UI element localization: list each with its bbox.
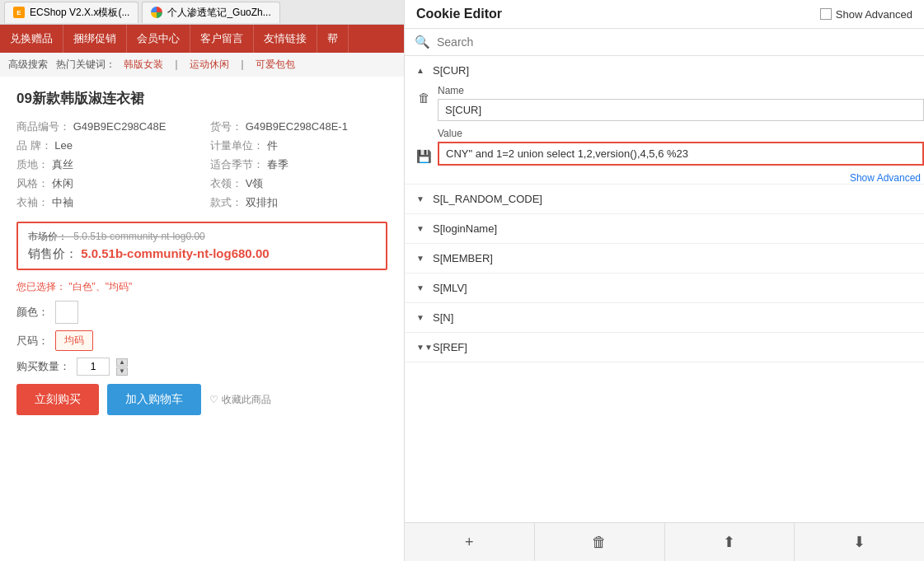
product-field-9: 款式： 双排扣 <box>210 195 387 210</box>
favorite-button[interactable]: ♡ 收藏此商品 <box>209 384 271 415</box>
nav-item-exchange[interactable]: 兑换赠品 <box>0 25 63 53</box>
cookie-item-smlv: ▼ S[MLV] <box>405 273 924 303</box>
keyword-1[interactable]: 韩版女装 <box>124 58 163 72</box>
delete-all-icon: 🗑 <box>592 534 607 551</box>
save-cookie-icon[interactable]: 💾 <box>416 149 431 164</box>
buy-button[interactable]: 立刻购买 <box>16 384 99 415</box>
nav-item-guestbook[interactable]: 客户留言 <box>190 25 254 53</box>
tab-ecshop-label: ECShop V2.X.x模板(... <box>30 6 129 20</box>
chevron-down-icon-2: ▼ <box>416 224 426 233</box>
cookie-item-scur: ▲ S[CUR] 🗑 💾 Name Value Show Advanced <box>405 56 924 185</box>
webpage-background: E ECShop V2.X.x模板(... 个人渗透笔记_GuoZh... 兑换… <box>0 0 404 561</box>
import-icon: ⬇ <box>853 533 865 551</box>
chevron-down-icon-3: ▼ <box>416 254 426 263</box>
cookie-item-sloginname-header[interactable]: ▼ S[loginName] <box>405 214 924 243</box>
cookie-editor-title: Cookie Editor <box>416 7 502 21</box>
cookie-item-slrandomcode-name: S[L_RANDOM_CODE] <box>433 193 542 205</box>
value-field-input[interactable] <box>438 142 924 166</box>
cookie-item-smlv-name: S[MLV] <box>433 282 467 294</box>
chevron-down-icon-5: ▼ <box>416 313 426 322</box>
product-info: 商品编号： G49B9EC298C48E 货号： G49B9EC298C48E-… <box>16 119 387 210</box>
sale-price: 销售价： 5.0.51b-community-nt-log680.00 <box>28 246 376 262</box>
cookie-toolbar: + 🗑 ⬆ ⬇ <box>405 522 924 561</box>
name-field-label: Name <box>438 85 924 96</box>
cookie-item-sn-name: S[N] <box>433 311 453 324</box>
delete-cookie-icon[interactable]: 🗑 <box>416 90 431 105</box>
cookie-list: ▲ S[CUR] 🗑 💾 Name Value Show Advanced <box>405 56 924 522</box>
cookie-editor-header: Cookie Editor Show Advanced <box>405 0 924 29</box>
cookie-item-smlv-header[interactable]: ▼ S[MLV] <box>405 273 924 302</box>
product-field-8: 衣袖： 中袖 <box>16 195 194 210</box>
show-advanced-link[interactable]: Show Advanced <box>438 172 924 184</box>
cookie-item-sref: ▼▼ S[REF] <box>405 333 924 362</box>
tab-ecshop[interactable]: E ECShop V2.X.x模板(... <box>4 2 138 23</box>
import-cookie-button[interactable]: ⬇ <box>795 523 924 561</box>
product-field-5: 适合季节： 春季 <box>210 157 387 172</box>
size-row: 尺码： 均码 <box>16 330 387 351</box>
cookie-item-smember-name: S[MEMBER] <box>433 252 493 264</box>
qty-input[interactable] <box>77 358 110 376</box>
product-title: 09新款韩版淑连衣裙 <box>16 89 387 108</box>
product-field-4: 质地： 真丝 <box>16 157 194 172</box>
product-field-2: 品 牌： Lee <box>16 138 194 153</box>
chevron-up-icon: ▲ <box>416 66 426 75</box>
size-button[interactable]: 均码 <box>55 330 93 351</box>
chevron-down-icon-4: ▼ <box>416 283 426 292</box>
cookie-item-sn-header[interactable]: ▼ S[N] <box>405 303 924 332</box>
qty-up[interactable]: ▲ <box>116 358 128 367</box>
show-advanced-text: Show Advanced <box>836 8 912 21</box>
tab-chrome-label: 个人渗透笔记_GuoZh... <box>167 6 270 20</box>
product-area: 09新款韩版淑连衣裙 商品编号： G49B9EC298C48E 货号： G49B… <box>0 77 404 428</box>
chrome-icon <box>151 7 162 18</box>
cookie-item-slrandomcode-header[interactable]: ▼ S[L_RANDOM_CODE] <box>405 185 924 213</box>
cookie-item-sloginname-name: S[loginName] <box>433 222 497 235</box>
cookie-search-bar: 🔍 <box>405 29 924 56</box>
export-icon: ⬆ <box>723 533 735 551</box>
price-box: 市场价： -5.0.51b-community-nt-log0.00 销售价： … <box>16 222 387 270</box>
cookie-item-smember-header[interactable]: ▼ S[MEMBER] <box>405 244 924 273</box>
ecshop-icon: E <box>13 7 25 18</box>
product-field-0: 商品编号： G49B9EC298C48E <box>16 119 194 134</box>
color-swatch[interactable] <box>55 301 78 324</box>
tab-chrome[interactable]: 个人渗透笔记_GuoZh... <box>142 2 279 23</box>
market-price: 市场价： -5.0.51b-community-nt-log0.00 <box>28 230 376 244</box>
nav-item-bundle[interactable]: 捆绑促销 <box>63 25 127 53</box>
cookie-item-scur-name: S[CUR] <box>433 64 469 77</box>
cookie-scur-expanded-body: 🗑 💾 Name Value Show Advanced <box>405 85 924 184</box>
search-label: 高级搜索 <box>8 58 48 72</box>
nav-item-member[interactable]: 会员中心 <box>127 25 190 53</box>
color-row: 颜色： <box>16 301 387 324</box>
show-advanced-checkbox-label[interactable]: Show Advanced <box>820 8 912 21</box>
product-field-7: 衣领： V领 <box>210 176 387 191</box>
cookie-item-sref-header[interactable]: ▼▼ S[REF] <box>405 333 924 362</box>
export-cookie-button[interactable]: ⬆ <box>665 523 795 561</box>
qty-row: 购买数量： ▲ ▼ <box>16 358 387 376</box>
cookie-item-sloginname: ▼ S[loginName] <box>405 214 924 244</box>
cookie-item-sref-name: S[REF] <box>433 341 467 353</box>
cookie-search-input[interactable] <box>437 35 914 49</box>
cookie-scur-icons: 🗑 💾 <box>405 85 438 184</box>
browser-tabs: E ECShop V2.X.x模板(... 个人渗透笔记_GuoZh... <box>0 0 404 25</box>
delete-all-cookie-button[interactable]: 🗑 <box>535 523 665 561</box>
chevron-down-icon-6: ▼▼ <box>416 343 426 352</box>
name-field-input[interactable] <box>438 99 924 121</box>
selection-info: 您已选择： "白色"、"均码" <box>16 280 387 294</box>
cookie-item-slrandomcode: ▼ S[L_RANDOM_CODE] <box>405 185 924 214</box>
nav-item-help[interactable]: 帮 <box>317 25 349 53</box>
cookie-item-sn: ▼ S[N] <box>405 303 924 333</box>
cart-button[interactable]: 加入购物车 <box>107 384 201 415</box>
qty-down[interactable]: ▼ <box>116 367 128 376</box>
heart-icon: ♡ <box>209 394 218 405</box>
keyword-2[interactable]: 运动休闲 <box>190 58 229 72</box>
cookie-item-scur-header[interactable]: ▲ S[CUR] <box>405 56 924 85</box>
add-cookie-button[interactable]: + <box>405 523 535 561</box>
cookie-editor-panel: Cookie Editor Show Advanced 🔍 ▲ S[CUR] 🗑… <box>404 0 924 561</box>
nav-item-links[interactable]: 友情链接 <box>254 25 317 53</box>
search-bar: 高级搜索 热门关键词： 韩版女装 ｜ 运动休闲 ｜ 可爱包包 <box>0 53 404 77</box>
cookie-scur-fields: Name Value Show Advanced <box>438 85 924 184</box>
webpage-nav: 兑换赠品 捆绑促销 会员中心 客户留言 友情链接 帮 <box>0 25 404 53</box>
value-field-label: Value <box>438 128 924 139</box>
show-advanced-checkbox[interactable] <box>820 8 832 20</box>
keyword-3[interactable]: 可爱包包 <box>256 58 295 72</box>
buttons-row: 立刻购买 加入购物车 ♡ 收藏此商品 <box>16 384 387 415</box>
